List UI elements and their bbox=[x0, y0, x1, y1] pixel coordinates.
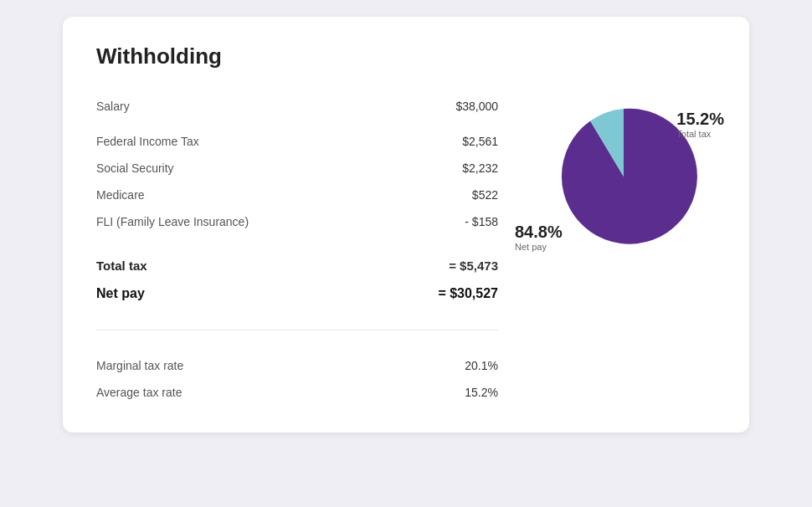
total-tax-label: Total tax bbox=[96, 259, 147, 273]
card-title: Withholding bbox=[96, 44, 716, 69]
marginal-label: Marginal tax rate bbox=[96, 359, 183, 372]
net-pay-chart-label: 84.8% Net pay bbox=[515, 223, 563, 252]
social-security-row: Social Security $2,232 bbox=[96, 155, 498, 182]
fli-value: - $158 bbox=[465, 215, 498, 228]
salary-label: Salary bbox=[96, 100, 130, 113]
federal-row: Federal Income Tax $2,561 bbox=[96, 128, 498, 155]
medicare-row: Medicare $522 bbox=[96, 182, 498, 208]
federal-value: $2,561 bbox=[462, 135, 498, 148]
total-tax-chart-label: 15.2% Total tax bbox=[676, 110, 724, 139]
withholding-card: Withholding Salary $38,000 Federal Incom… bbox=[63, 17, 749, 433]
salary-value: $38,000 bbox=[455, 100, 498, 113]
medicare-value: $522 bbox=[472, 188, 498, 202]
net-pay-desc: Net pay bbox=[515, 242, 563, 252]
total-tax-pct: 15.2% bbox=[676, 110, 724, 129]
fli-row: FLI (Family Leave Insurance) - $158 bbox=[96, 208, 498, 235]
net-pay-label: Net pay bbox=[96, 286, 145, 301]
average-value: 15.2% bbox=[465, 386, 498, 399]
net-pay-pct: 84.8% bbox=[515, 223, 563, 242]
net-pay-row: Net pay = $30,527 bbox=[96, 279, 498, 308]
federal-label: Federal Income Tax bbox=[96, 135, 199, 148]
social-security-label: Social Security bbox=[96, 161, 174, 175]
marginal-value: 20.1% bbox=[465, 359, 498, 372]
total-tax-row: Total tax = $5,473 bbox=[96, 252, 498, 279]
total-tax-desc: Total tax bbox=[676, 129, 724, 139]
salary-row: Salary $38,000 bbox=[96, 93, 498, 120]
fli-label: FLI (Family Leave Insurance) bbox=[96, 215, 249, 228]
total-tax-value: = $5,473 bbox=[449, 259, 498, 273]
medicare-label: Medicare bbox=[96, 188, 145, 202]
pie-chart: 15.2% Total tax 84.8% Net pay bbox=[548, 101, 699, 252]
average-label: Average tax rate bbox=[96, 386, 182, 399]
chart-section: 15.2% Total tax 84.8% Net pay bbox=[532, 93, 716, 252]
divider bbox=[96, 330, 498, 330]
net-pay-value: = $30,527 bbox=[438, 286, 498, 301]
content-row: Salary $38,000 Federal Income Tax $2,561… bbox=[96, 93, 716, 406]
table-section: Salary $38,000 Federal Income Tax $2,561… bbox=[96, 93, 498, 406]
average-row: Average tax rate 15.2% bbox=[96, 379, 498, 406]
social-security-value: $2,232 bbox=[462, 161, 498, 175]
marginal-row: Marginal tax rate 20.1% bbox=[96, 352, 498, 379]
